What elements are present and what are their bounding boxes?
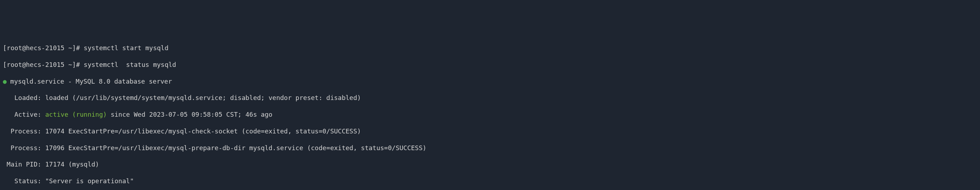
prompt-line-1: [root@hecs-21015 ~]# systemctl start mys…: [3, 44, 977, 52]
command-text: systemctl start mysqld: [80, 44, 169, 51]
loaded-label: Loaded:: [3, 94, 45, 101]
status-line: Status: "Server is operational": [3, 177, 977, 185]
loaded-value: loaded (/usr/lib/systemd/system/mysqld.s…: [45, 94, 361, 101]
prompt-line-2: [root@hecs-21015 ~]# systemctl status my…: [3, 61, 977, 69]
active-since: since Wed 2023-07-05 09:58:05 CST; 46s a…: [107, 111, 272, 118]
process-label: Process:: [3, 144, 45, 152]
mainpid-line: Main PID: 17174 (mysqld): [3, 160, 977, 168]
terminal-output: [root@hecs-21015 ~]# systemctl start mys…: [3, 35, 977, 190]
process-line-2: Process: 17096 ExecStartPre=/usr/libexec…: [3, 144, 977, 152]
status-label: Status:: [3, 177, 45, 185]
active-line: Active: active (running) since Wed 2023-…: [3, 110, 977, 118]
command-text: systemctl status mysqld: [80, 61, 176, 68]
service-header-line: ● mysqld.service - MySQL 8.0 database se…: [3, 77, 977, 85]
shell-prompt: [root@hecs-21015 ~]#: [3, 61, 80, 68]
loaded-line: Loaded: loaded (/usr/lib/systemd/system/…: [3, 94, 977, 102]
process-value: 17096 ExecStartPre=/usr/libexec/mysql-pr…: [45, 144, 426, 152]
mainpid-label: Main PID:: [3, 160, 45, 168]
active-label: Active:: [3, 111, 45, 118]
process-label: Process:: [3, 128, 45, 135]
mainpid-value: 17174 (mysqld): [45, 160, 99, 168]
service-name: mysqld.service - MySQL 8.0 database serv…: [6, 78, 172, 85]
status-dot-icon: ●: [3, 77, 6, 85]
process-value: 17074 ExecStartPre=/usr/libexec/mysql-ch…: [45, 128, 361, 135]
status-value: "Server is operational": [45, 177, 134, 185]
process-line-1: Process: 17074 ExecStartPre=/usr/libexec…: [3, 127, 977, 135]
active-state: active (running): [45, 111, 107, 118]
shell-prompt: [root@hecs-21015 ~]#: [3, 44, 80, 51]
